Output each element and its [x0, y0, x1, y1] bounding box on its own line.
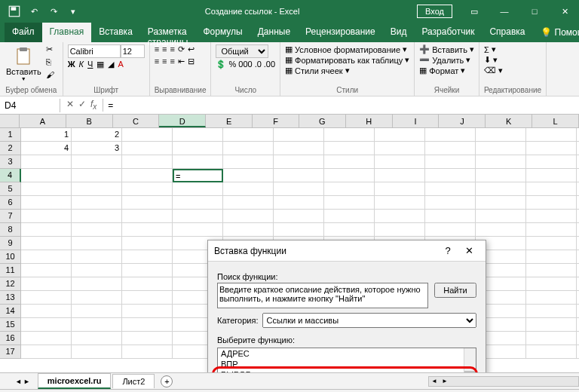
cell-E2[interactable]	[223, 142, 274, 155]
login-button[interactable]: Вход	[417, 5, 452, 18]
align-top-icon[interactable]: ≡	[155, 44, 159, 54]
cell-H7[interactable]	[375, 210, 425, 223]
align-right-icon[interactable]: ≡	[170, 57, 174, 66]
delete-cells-button[interactable]: ➖Удалить▾	[419, 55, 470, 65]
cell-H8[interactable]	[375, 223, 425, 237]
tab-review[interactable]: Рецензирование	[298, 23, 383, 42]
cell-A10[interactable]	[21, 250, 72, 264]
cell-K13[interactable]	[526, 291, 577, 305]
cell-A2[interactable]: 4	[21, 142, 72, 155]
cell-A13[interactable]	[21, 291, 72, 305]
cell-I7[interactable]	[425, 210, 476, 223]
cell-G3[interactable]	[324, 155, 375, 169]
category-select[interactable]: Ссылки и массивы	[262, 313, 476, 328]
function-item[interactable]: АДРЕС	[218, 348, 476, 359]
cell-G5[interactable]	[324, 182, 375, 196]
font-name-select[interactable]	[68, 44, 121, 58]
row-header-10[interactable]: 10	[0, 250, 21, 264]
cell-A8[interactable]	[21, 223, 72, 237]
cell-C4[interactable]	[122, 169, 173, 182]
cell-K14[interactable]	[526, 305, 577, 318]
cell-B5[interactable]	[72, 182, 122, 196]
align-middle-icon[interactable]: ≡	[162, 44, 167, 54]
row-header-9[interactable]: 9	[0, 237, 21, 250]
copy-icon[interactable]: ⎘	[46, 57, 58, 69]
cell-E6[interactable]	[223, 196, 274, 210]
cell-F6[interactable]	[274, 196, 324, 210]
cell-H5[interactable]	[375, 182, 425, 196]
cell-D5[interactable]	[173, 182, 223, 196]
col-header-J[interactable]: J	[439, 115, 486, 127]
col-header-E[interactable]: E	[206, 115, 253, 127]
tab-help[interactable]: Справка	[482, 23, 532, 42]
cell-B12[interactable]	[72, 277, 122, 291]
format-as-table-button[interactable]: ▦Форматировать как таблицу▾	[285, 55, 409, 65]
orientation-icon[interactable]: ⟳	[178, 44, 185, 54]
function-search-input[interactable]: Введите краткое описание действия, котор…	[217, 283, 428, 308]
conditional-formatting-button[interactable]: ▦Условное форматирование▾	[285, 44, 407, 54]
cell-J4[interactable]	[476, 169, 526, 182]
row-header-17[interactable]: 17	[0, 345, 21, 359]
cell-A17[interactable]	[21, 345, 72, 359]
save-icon[interactable]	[8, 5, 21, 18]
col-header-A[interactable]: A	[20, 115, 66, 127]
align-left-icon[interactable]: ≡	[155, 57, 159, 66]
col-header-L[interactable]: L	[532, 115, 579, 127]
tab-view[interactable]: Вид	[383, 23, 415, 42]
cell-C16[interactable]	[122, 332, 173, 345]
cell-C8[interactable]	[122, 223, 173, 237]
find-button[interactable]: Найти	[434, 283, 476, 298]
cell-H2[interactable]	[375, 142, 425, 155]
cell-I4[interactable]	[425, 169, 476, 182]
cell-K1[interactable]	[526, 128, 577, 142]
cell-C12[interactable]	[122, 277, 173, 291]
cell-A5[interactable]	[21, 182, 72, 196]
cell-A9[interactable]	[21, 237, 72, 250]
cell-K2[interactable]	[526, 142, 577, 155]
cell-K3[interactable]	[526, 155, 577, 169]
cell-A15[interactable]	[21, 318, 72, 332]
cell-B11[interactable]	[72, 264, 122, 277]
function-item[interactable]: ВПР	[218, 359, 476, 369]
sheet-tab-2[interactable]: Лист2	[112, 374, 155, 388]
close-icon[interactable]: ✕	[550, 0, 579, 23]
indent-decrease-icon[interactable]: ⇤	[178, 57, 185, 66]
cell-G7[interactable]	[324, 210, 375, 223]
spreadsheet-grid[interactable]: ABCDEFGHIJKL 11224334=567891011121314151…	[0, 115, 579, 372]
row-header-4[interactable]: 4	[0, 169, 21, 182]
cell-B7[interactable]	[72, 210, 122, 223]
cell-H1[interactable]	[375, 128, 425, 142]
cell-K11[interactable]	[526, 264, 577, 277]
cell-B3[interactable]	[72, 155, 122, 169]
cell-B16[interactable]	[72, 332, 122, 345]
col-header-H[interactable]: H	[346, 115, 393, 127]
cell-H6[interactable]	[375, 196, 425, 210]
dialog-close-icon[interactable]: ✕	[458, 245, 479, 256]
cell-E5[interactable]	[223, 182, 274, 196]
cell-F7[interactable]	[274, 210, 324, 223]
cell-I8[interactable]	[425, 223, 476, 237]
row-header-7[interactable]: 7	[0, 210, 21, 223]
bold-button[interactable]: Ж	[68, 60, 75, 69]
function-list[interactable]: АДРЕСВПРВЫБОРГИПЕРССЫЛКАГПРДВССЫЛДРВ	[217, 348, 476, 372]
tab-data[interactable]: Данные	[250, 23, 298, 42]
function-list-scrollbar[interactable]	[464, 348, 476, 372]
cell-B1[interactable]: 2	[72, 128, 122, 142]
tellme-search[interactable]: 💡Помощь	[533, 23, 579, 42]
cell-J8[interactable]	[476, 223, 526, 237]
cell-K10[interactable]	[526, 250, 577, 264]
row-header-8[interactable]: 8	[0, 223, 21, 237]
cell-F1[interactable]	[274, 128, 324, 142]
cell-G8[interactable]	[324, 223, 375, 237]
cell-I3[interactable]	[425, 155, 476, 169]
cell-J2[interactable]	[476, 142, 526, 155]
cell-K8[interactable]	[526, 223, 577, 237]
cell-C9[interactable]	[122, 237, 173, 250]
cell-B6[interactable]	[72, 196, 122, 210]
currency-icon[interactable]: 💲	[216, 60, 226, 69]
cell-H3[interactable]	[375, 155, 425, 169]
cell-J7[interactable]	[476, 210, 526, 223]
cell-J6[interactable]	[476, 196, 526, 210]
row-header-16[interactable]: 16	[0, 332, 21, 345]
ribbon-options-icon[interactable]: ▭	[460, 0, 489, 23]
